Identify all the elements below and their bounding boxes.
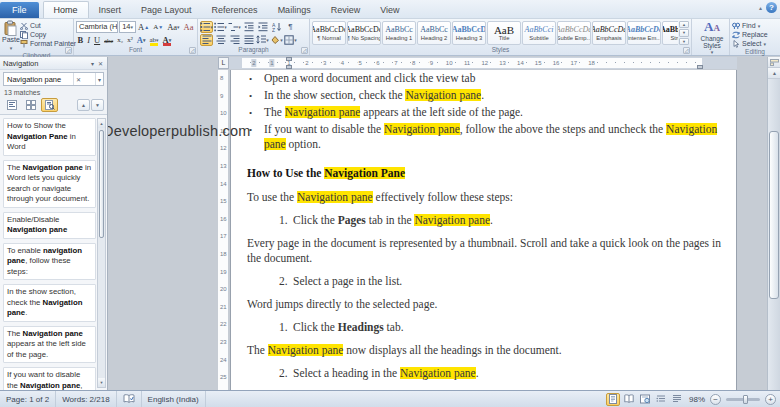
zoom-slider[interactable] xyxy=(726,398,760,401)
superscript-button[interactable]: x² xyxy=(126,34,135,46)
multilevel-list-button[interactable]: ▾ xyxy=(228,21,241,33)
text-effects-button[interactable]: A▾ xyxy=(135,34,147,46)
copy-button[interactable]: Copy xyxy=(20,30,76,39)
style-h1[interactable]: AaBbCcHeading 1 xyxy=(382,21,416,45)
hanging-indent-marker[interactable] xyxy=(286,65,292,69)
strikethrough-button[interactable]: abc xyxy=(103,34,115,46)
browse-results-tab[interactable] xyxy=(41,98,58,112)
cut-button[interactable]: Cut xyxy=(20,21,76,30)
style-subtitle[interactable]: AaBbCciSubtitle xyxy=(522,21,556,45)
select-button[interactable]: Select ▾ xyxy=(732,39,778,48)
font-color-button[interactable]: A▾ xyxy=(161,34,173,46)
increase-indent-button[interactable] xyxy=(256,21,269,33)
tab-insert[interactable]: Insert xyxy=(89,2,132,18)
next-result-icon[interactable]: ▼ xyxy=(91,99,104,111)
tab-stop-selector[interactable]: L xyxy=(218,57,229,69)
style-normal[interactable]: AaBbCcDd¶ Normal xyxy=(312,21,346,45)
scroll-up-icon[interactable]: ▲ xyxy=(768,68,780,79)
find-button[interactable]: Find ▾ xyxy=(732,21,778,30)
style-emphasis[interactable]: AaBbCcDdEmphasis xyxy=(592,21,626,45)
tab-home[interactable]: Home xyxy=(43,1,89,18)
clipboard-dialog-launcher[interactable]: ◿ xyxy=(65,47,72,54)
language-indicator[interactable]: English (India) xyxy=(142,391,206,407)
search-result-item[interactable]: The Navigation pane in Word lets you qui… xyxy=(3,160,96,208)
borders-button[interactable]: ▾ xyxy=(284,34,297,46)
paragraph-dialog-launcher[interactable]: ◿ xyxy=(301,47,308,54)
zoom-level[interactable]: 98% xyxy=(686,395,708,404)
bold-button[interactable]: B xyxy=(76,34,85,46)
style-title[interactable]: AaBTitle xyxy=(487,21,521,45)
style-nospacing[interactable]: AaBbCcDd¶ No Spacing xyxy=(347,21,381,45)
style-intense[interactable]: AaBbCcDcIntense Em... xyxy=(627,21,661,45)
previous-result-icon[interactable]: ▲ xyxy=(77,99,90,111)
scrollbar-thumb[interactable] xyxy=(769,131,779,299)
search-result-item[interactable]: Enable/Disable Navigation pane xyxy=(3,212,96,239)
navigation-pane-close-icon[interactable]: ✕ xyxy=(97,60,104,67)
paste-button[interactable]: Paste ▾ xyxy=(2,20,20,52)
font-size-combobox[interactable]: 14 ▾ xyxy=(119,21,135,33)
minimize-ribbon-icon[interactable]: ▴ xyxy=(759,4,762,11)
first-line-indent-marker[interactable] xyxy=(286,57,292,61)
page-indicator[interactable]: Page: 1 of 2 xyxy=(0,391,56,407)
italic-button[interactable]: I xyxy=(86,34,92,46)
style-subtle[interactable]: AaBbCcDdSubtle Emp... xyxy=(557,21,591,45)
grow-font-button[interactable]: A▲ xyxy=(137,21,151,33)
subscript-button[interactable]: x₂ xyxy=(116,34,125,46)
document-scrollbar[interactable]: ▲ xyxy=(767,57,780,390)
styles-scroll-up-icon[interactable]: ▲ xyxy=(679,21,689,28)
justify-button[interactable] xyxy=(242,34,255,46)
paste-dropdown-icon[interactable]: ▾ xyxy=(10,44,13,52)
browse-headings-tab[interactable] xyxy=(3,98,20,112)
style-h2[interactable]: AaBbCcHeading 2 xyxy=(417,21,451,45)
search-result-item[interactable]: To enable navigation pane, follow these … xyxy=(3,243,96,281)
word-count[interactable]: Words: 2/218 xyxy=(56,391,116,407)
line-spacing-button[interactable]: ▾ xyxy=(256,34,269,46)
replace-button[interactable]: Replace xyxy=(732,30,778,39)
full-screen-reading-view-button[interactable] xyxy=(622,393,636,406)
navigation-pane-menu-icon[interactable]: ▾ xyxy=(90,60,95,67)
browse-pages-tab[interactable] xyxy=(22,98,39,112)
align-right-button[interactable] xyxy=(228,34,241,46)
bullets-button[interactable]: ▾ xyxy=(200,21,213,33)
underline-button[interactable]: U xyxy=(93,34,102,46)
numbering-button[interactable]: ▾ xyxy=(214,21,227,33)
web-layout-view-button[interactable] xyxy=(638,393,652,406)
change-case-button[interactable]: Aa▾ xyxy=(166,21,181,33)
search-options-dropdown-icon[interactable]: ▾ xyxy=(95,73,103,85)
help-icon[interactable]: ? xyxy=(766,2,777,13)
shading-button[interactable]: ▾ xyxy=(270,34,283,46)
zoom-out-button[interactable]: − xyxy=(710,394,721,405)
results-scroll-up-icon[interactable]: ▲ xyxy=(98,119,105,128)
style-strong[interactable]: AaBbCcDcStrong xyxy=(662,21,678,45)
tab-view[interactable]: View xyxy=(370,2,409,18)
zoom-slider-thumb[interactable] xyxy=(743,395,748,404)
search-result-item[interactable]: In the show section, check the Navigatio… xyxy=(3,284,96,322)
text-highlight-button[interactable]: ab▾ xyxy=(148,34,160,46)
tab-review[interactable]: Review xyxy=(321,2,371,18)
outline-view-button[interactable] xyxy=(654,393,668,406)
decrease-indent-button[interactable] xyxy=(242,21,255,33)
styles-dialog-launcher[interactable]: ◿ xyxy=(683,47,690,54)
results-scrollbar-thumb[interactable] xyxy=(99,130,104,238)
document-page[interactable]: •Open a word document and click the view… xyxy=(230,70,737,390)
sort-button[interactable]: AZ xyxy=(270,21,283,33)
search-result-item[interactable]: If you want to disable the Navigation pa… xyxy=(3,367,96,390)
style-h3[interactable]: AaBbCcDHeading 3 xyxy=(452,21,486,45)
tab-file[interactable]: File xyxy=(0,2,39,18)
results-scroll-down-icon[interactable]: ▼ xyxy=(98,378,105,387)
tab-references[interactable]: References xyxy=(202,2,268,18)
font-dialog-launcher[interactable]: ◿ xyxy=(189,47,196,54)
search-result-item[interactable]: The Navigation pane appears at the left … xyxy=(3,326,96,364)
print-layout-view-button[interactable] xyxy=(606,393,620,406)
results-scrollbar[interactable]: ▲ ▼ xyxy=(97,118,106,388)
align-left-button[interactable] xyxy=(200,34,213,46)
proofing-status[interactable] xyxy=(117,391,142,407)
styles-scroll-down-icon[interactable]: ▼ xyxy=(679,29,689,36)
search-document-input[interactable]: Navigation pane ✕ ▾ xyxy=(3,72,104,86)
zoom-in-button[interactable]: + xyxy=(765,394,776,405)
show-paragraph-marks-button[interactable]: ¶ xyxy=(284,21,297,33)
font-name-combobox[interactable]: Cambria (Headin ▾ xyxy=(76,21,118,33)
tab-page-layout[interactable]: Page Layout xyxy=(131,2,202,18)
styles-more-icon[interactable]: ▼ xyxy=(679,38,689,45)
tab-mailings[interactable]: Mailings xyxy=(268,2,321,18)
